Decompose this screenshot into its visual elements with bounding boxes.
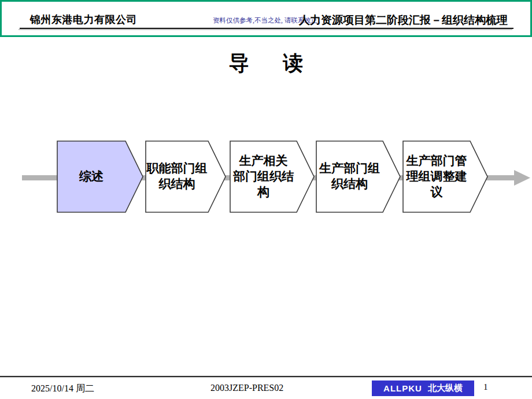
flow-step-label-functional-depts: 职能部门组 织结构 <box>145 142 209 211</box>
slide-title: 导 读 <box>0 50 532 77</box>
flow-step-label-adjustment-proposal: 生产部门管 理组调整建 议 <box>402 142 471 211</box>
report-title: 人力资源项目第二阶段汇报－组织结构梳理 <box>299 13 508 28</box>
footer-date: 2025/10/14 周二 <box>31 383 94 395</box>
brand-box: ALLPKU 北大纵横 <box>372 380 474 396</box>
header-box: 锦州东港电力有限公司 资料仅供参考,不当之处, 请联系改正。 人力资源项目第二阶… <box>0 0 532 37</box>
flow-arrowhead-icon <box>514 170 530 186</box>
flow-step-label-production-depts: 生产部门组 织结构 <box>315 142 384 211</box>
flow-step-label-production-related: 生产相关 部门组织结 构 <box>229 142 298 211</box>
footer-divider-line <box>0 376 532 377</box>
footer-doc-code: 2003JZEP-PRES02 <box>210 383 283 393</box>
flow-step-label-overview: 综述 <box>57 142 125 211</box>
company-name: 锦州东港电力有限公司 <box>30 13 137 27</box>
brand-logo-text: ALLPKU <box>383 383 422 393</box>
brand-name-text: 北大纵横 <box>428 383 463 394</box>
header-divider-line <box>20 28 513 29</box>
page-number: 1 <box>483 382 488 392</box>
